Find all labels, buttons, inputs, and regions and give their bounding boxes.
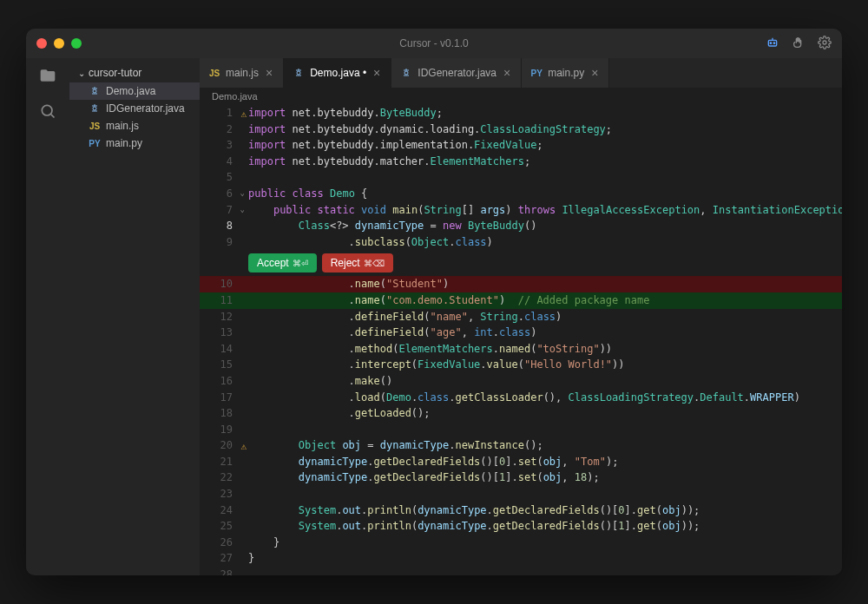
code-content[interactable]: import net.bytebuddy.implementation.Fixe…: [248, 137, 842, 154]
java-file-icon: [293, 68, 305, 78]
code-line[interactable]: 12 .defineField("name", String.class): [200, 309, 842, 325]
code-content[interactable]: .defineField("name", String.class): [248, 309, 842, 325]
code-line[interactable]: 1⚠import net.bytebuddy.ByteBuddy;: [200, 105, 842, 121]
line-number: 12: [200, 309, 248, 325]
code-line[interactable]: 11 .name("com.demo.Student") // Added pa…: [200, 292, 842, 309]
code-line[interactable]: 16 .make(): [200, 373, 842, 390]
tab-label: Demo.java •: [310, 67, 366, 79]
activity-bar: [26, 58, 69, 575]
code-content[interactable]: .load(Demo.class.getClassLoader(), Class…: [248, 390, 842, 406]
code-line[interactable]: 28: [200, 567, 842, 575]
code-line[interactable]: 5: [200, 169, 842, 186]
code-line[interactable]: 6⌄public class Demo {: [200, 186, 842, 202]
file-item[interactable]: PYmain.py: [69, 135, 200, 152]
code-line[interactable]: 27}: [200, 550, 842, 567]
code-content[interactable]: [248, 486, 842, 502]
tab[interactable]: JSmain.js×: [200, 58, 284, 88]
code-content[interactable]: [248, 422, 842, 438]
line-number: 1⚠: [200, 105, 248, 121]
code-line[interactable]: 14 .method(ElementMatchers.named("toStri…: [200, 341, 842, 358]
code-line[interactable]: 8 Class<?> dynamicType = new ByteBuddy(): [200, 218, 842, 234]
code-content[interactable]: }: [248, 550, 842, 567]
code-line[interactable]: 19: [200, 422, 842, 438]
folder-root[interactable]: ⌄ cursor-tutor: [69, 63, 200, 82]
search-icon[interactable]: [39, 102, 56, 122]
code-content[interactable]: .name("com.demo.Student") // Added packa…: [248, 292, 842, 309]
fold-icon[interactable]: ⌄: [240, 204, 245, 216]
code-content[interactable]: [248, 567, 842, 575]
code-line[interactable]: 26 }: [200, 535, 842, 551]
code-content[interactable]: import net.bytebuddy.matcher.ElementMatc…: [248, 154, 842, 170]
code-line[interactable]: 18 .getLoaded();: [200, 405, 842, 422]
code-line[interactable]: 13 .defineField("age", int.class): [200, 325, 842, 341]
code-content[interactable]: [248, 169, 842, 186]
code-content[interactable]: System.out.println(dynamicType.getDeclar…: [248, 518, 842, 535]
maximize-window-button[interactable]: [71, 38, 82, 49]
code-content[interactable]: import net.bytebuddy.dynamic.loading.Cla…: [248, 121, 842, 138]
code-content[interactable]: .getLoaded();: [248, 405, 842, 422]
code-line[interactable]: 20⚠ Object obj = dynamicType.newInstance…: [200, 437, 842, 454]
code-content[interactable]: .method(ElementMatchers.named("toString"…: [248, 341, 842, 358]
fold-icon[interactable]: ⌄: [240, 187, 245, 200]
close-window-button[interactable]: [36, 38, 47, 49]
svg-point-19: [404, 71, 408, 75]
code-line[interactable]: 10 .name("Student"): [200, 276, 842, 292]
file-item[interactable]: JSmain.js: [69, 117, 200, 135]
code-content[interactable]: .make(): [248, 373, 842, 390]
code-content[interactable]: System.out.println(dynamicType.getDeclar…: [248, 502, 842, 519]
code-line[interactable]: 22 dynamicType.getDeclaredFields()[1].se…: [200, 469, 842, 486]
accept-button[interactable]: Accept ⌘⏎: [248, 253, 317, 272]
code-content[interactable]: import net.bytebuddy.ByteBuddy;: [248, 105, 842, 121]
minimize-window-button[interactable]: [54, 38, 64, 49]
file-item[interactable]: IDGenerator.java: [69, 100, 200, 117]
code-line[interactable]: 24 System.out.println(dynamicType.getDec…: [200, 502, 842, 519]
code-editor[interactable]: 1⚠import net.bytebuddy.ByteBuddy;2import…: [200, 105, 842, 575]
close-icon[interactable]: ×: [502, 66, 512, 80]
line-number: 15: [200, 357, 248, 373]
code-content[interactable]: }: [248, 535, 842, 551]
code-line[interactable]: 9 .subclass(Object.class): [200, 234, 842, 251]
line-number: 19: [200, 422, 248, 438]
code-content[interactable]: .subclass(Object.class): [248, 234, 842, 251]
line-number: 2: [200, 121, 248, 138]
code-content[interactable]: dynamicType.getDeclaredFields()[0].set(o…: [248, 454, 842, 470]
reject-button[interactable]: Reject ⌘⌫: [322, 253, 393, 272]
code-line[interactable]: 15 .intercept(FixedValue.value("Hello Wo…: [200, 357, 842, 373]
tab[interactable]: Demo.java •×: [284, 58, 391, 88]
breadcrumb[interactable]: Demo.java: [200, 88, 842, 105]
file-item[interactable]: Demo.java: [69, 82, 200, 100]
close-icon[interactable]: ×: [264, 66, 274, 80]
code-content[interactable]: .defineField("age", int.class): [248, 325, 842, 341]
code-content[interactable]: Object obj = dynamicType.newInstance();: [248, 437, 842, 454]
hand-icon[interactable]: [792, 36, 806, 52]
tab[interactable]: IDGenerator.java×: [391, 58, 522, 88]
gear-icon[interactable]: [818, 36, 832, 52]
code-line[interactable]: 21 dynamicType.getDeclaredFields()[0].se…: [200, 454, 842, 470]
code-content[interactable]: public class Demo {: [248, 186, 842, 202]
code-line[interactable]: 4import net.bytebuddy.matcher.ElementMat…: [200, 154, 842, 170]
line-number: 23: [200, 486, 248, 502]
line-number: 7⌄: [200, 202, 248, 219]
close-icon[interactable]: ×: [589, 66, 600, 80]
code-line[interactable]: 2import net.bytebuddy.dynamic.loading.Cl…: [200, 121, 842, 138]
code-content[interactable]: .intercept(FixedValue.value("Hello World…: [248, 357, 842, 373]
code-line[interactable]: 25 System.out.println(dynamicType.getDec…: [200, 518, 842, 535]
folder-icon[interactable]: [39, 67, 56, 87]
file-item-label: Demo.java: [106, 85, 155, 97]
code-content[interactable]: public static void main(String[] args) t…: [248, 202, 842, 219]
accept-shortcut: ⌘⏎: [293, 259, 308, 268]
code-content[interactable]: .name("Student"): [248, 276, 842, 292]
code-content[interactable]: Class<?> dynamicType = new ByteBuddy(): [248, 218, 842, 234]
code-line[interactable]: 3import net.bytebuddy.implementation.Fix…: [200, 137, 842, 154]
line-number: 13: [200, 325, 248, 341]
code-content[interactable]: dynamicType.getDeclaredFields()[1].set(o…: [248, 469, 842, 486]
code-line[interactable]: 7⌄ public static void main(String[] args…: [200, 202, 842, 219]
close-icon[interactable]: ×: [372, 66, 382, 80]
tab[interactable]: PYmain.py×: [522, 58, 609, 88]
java-file-icon: [400, 68, 412, 78]
file-item-label: IDGenerator.java: [106, 102, 185, 115]
svg-point-15: [297, 71, 300, 75]
code-line[interactable]: 23: [200, 486, 842, 502]
code-line[interactable]: 17 .load(Demo.class.getClassLoader(), Cl…: [200, 390, 842, 406]
robot-icon[interactable]: [766, 36, 779, 52]
